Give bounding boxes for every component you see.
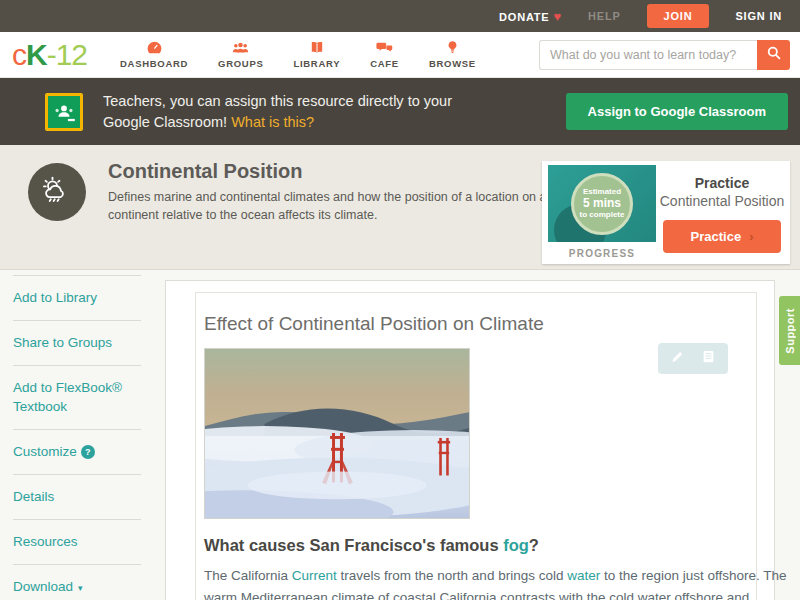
nav-item-dashboard[interactable]: DASHBOARD [120, 40, 188, 69]
help-icon[interactable]: ? [81, 445, 95, 459]
sidebar-item-resources[interactable]: Resources [13, 519, 141, 564]
estimated-time-badge: Estimated 5 mins to complete [571, 173, 633, 235]
help-link[interactable]: HELP [588, 10, 621, 22]
nav-label-groups: GROUPS [218, 58, 263, 69]
estimate-line3: to complete [574, 210, 630, 219]
search-button[interactable] [757, 40, 790, 70]
caret-down-icon: ▾ [78, 583, 83, 593]
golden-gate-fog-image [204, 348, 470, 519]
weather-icon [28, 163, 86, 221]
customize-label: Customize [13, 444, 77, 459]
nav-label-library: LIBRARY [293, 58, 340, 69]
ck12-logo[interactable]: cK-12 [12, 40, 87, 70]
sidebar-item-share-to-groups[interactable]: Share to Groups [13, 320, 141, 365]
practice-button-label: Practice [691, 229, 742, 244]
nav-label-cafe: CAFE [370, 58, 399, 69]
logo-k: K [26, 38, 47, 71]
resource-header-text: Continental Position Defines marine and … [108, 160, 578, 269]
water-link[interactable]: water [567, 568, 600, 583]
chevron-right-icon: › [749, 229, 753, 244]
practice-title-rest: Continental Position [660, 193, 785, 209]
search-bar [539, 40, 790, 70]
lightbulb-icon [445, 40, 460, 55]
article-panel: Effect of Continental Position on Climat… [195, 292, 757, 600]
logo-c: c [12, 38, 26, 71]
google-classroom-banner: Teachers, you can assign this resource d… [0, 78, 800, 145]
donate-label: DONATE [499, 11, 549, 23]
main-navbar: cK-12 DASHBOARD GROUPS LIBRARY CAFE BROW… [0, 32, 800, 78]
resource-header: Continental Position Defines marine and … [0, 145, 800, 270]
download-label: Download [13, 579, 73, 594]
assign-to-classroom-button[interactable]: Assign to Google Classroom [566, 93, 788, 130]
question-prefix: What causes San Francisco's famous [204, 536, 503, 554]
resource-description: Defines marine and continental climates … [108, 188, 578, 224]
annotation-toolbar[interactable] [658, 343, 728, 374]
note-icon[interactable] [701, 349, 716, 368]
article-title: Effect of Continental Position on Climat… [204, 313, 756, 335]
sidebar-item-details[interactable]: Details [13, 474, 141, 519]
nav-item-library[interactable]: LIBRARY [293, 40, 340, 69]
search-input[interactable] [539, 40, 757, 70]
gauge-icon [146, 40, 163, 55]
paragraph-text-2: travels from the north and brings cold [337, 568, 567, 583]
paragraph-text-1: The California [204, 568, 292, 583]
practice-title-bold: Practice [695, 175, 749, 191]
practice-thumbnail[interactable]: Estimated 5 mins to complete [548, 165, 656, 242]
book-icon [309, 40, 325, 55]
donate-link[interactable]: DONATE♥ [499, 9, 562, 24]
question-suffix: ? [529, 536, 539, 554]
banner-message: Teachers, you can assign this resource d… [103, 91, 463, 133]
top-utility-bar: DONATE♥ HELP JOIN SIGN IN [0, 0, 800, 32]
join-button[interactable]: JOIN [647, 4, 710, 28]
nav-item-groups[interactable]: GROUPS [218, 40, 263, 69]
nav-item-browse[interactable]: BROWSE [429, 40, 476, 69]
heart-icon: ♥ [553, 9, 562, 24]
what-is-this-link[interactable]: What is this? [231, 114, 314, 130]
google-classroom-icon [45, 93, 83, 131]
logo-12: -12 [47, 38, 87, 71]
sidebar-item-add-to-library[interactable]: Add to Library [13, 275, 141, 320]
highlighter-icon[interactable] [670, 349, 685, 368]
chat-bubbles-icon [376, 40, 393, 55]
practice-card-left: Estimated 5 mins to complete PROGRESS [546, 165, 658, 260]
practice-card-right: Practice Continental Position Practice› [658, 165, 786, 260]
action-sidebar: Add to Library Share to Groups Add to Fl… [13, 275, 141, 600]
signin-link[interactable]: SIGN IN [735, 10, 782, 22]
progress-label: PROGRESS [569, 248, 635, 259]
estimate-line2: 5 mins [574, 197, 630, 211]
practice-card: Estimated 5 mins to complete PROGRESS Pr… [542, 161, 790, 264]
support-tab-label: Support [784, 308, 796, 354]
sidebar-item-customize[interactable]: Customize? [13, 429, 141, 474]
fog-link[interactable]: fog [503, 536, 529, 554]
practice-button[interactable]: Practice› [663, 220, 781, 253]
resource-title: Continental Position [108, 160, 578, 183]
people-icon [232, 40, 249, 55]
article-question-heading: What causes San Francisco's famous fog? [204, 536, 756, 555]
nav-item-cafe[interactable]: CAFE [370, 40, 399, 69]
article-card: Effect of Continental Position on Climat… [165, 280, 775, 600]
article-paragraph: The California Current travels from the … [204, 565, 800, 600]
sidebar-item-download[interactable]: Download▾ [13, 564, 141, 600]
support-tab[interactable]: Support [779, 296, 800, 365]
sidebar-item-add-to-flexbook[interactable]: Add to FlexBook® Textbook [13, 365, 141, 429]
practice-card-title: Practice Continental Position [658, 174, 786, 210]
search-icon [766, 45, 782, 64]
nav-label-dashboard: DASHBOARD [120, 58, 188, 69]
current-link[interactable]: Current [292, 568, 337, 583]
content-area: Add to Library Share to Groups Add to Fl… [0, 270, 800, 600]
nav-label-browse: BROWSE [429, 58, 476, 69]
